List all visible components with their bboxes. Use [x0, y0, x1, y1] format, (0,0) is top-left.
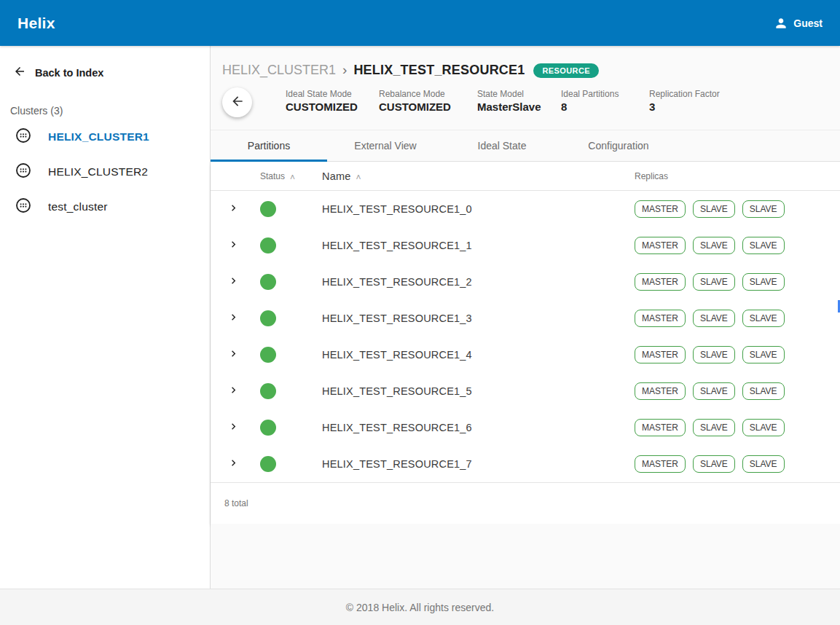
expand-row-button[interactable] [211, 347, 246, 363]
resource-stat: Ideal State ModeCUSTOMIZED [286, 89, 355, 113]
sidebar-item-cluster[interactable]: HELIX_CLUSTER1 [0, 119, 210, 154]
status-cell [246, 420, 315, 436]
cluster-name: HELIX_CLUSTER2 [48, 165, 148, 178]
status-cell [246, 310, 315, 326]
helix-app: Helix Guest Back to Index Clusters (3) H… [0, 0, 840, 625]
replica-state-chip: SLAVE [742, 455, 785, 472]
status-cell [246, 237, 315, 253]
stat-value: CUSTOMIZED [286, 101, 355, 113]
app-title: Helix [17, 15, 55, 32]
resource-type-badge: RESOURCE [533, 63, 599, 78]
resource-detail-header: HELIX_CLUSTER1 › HELIX_TEST_RESOURCE1 RE… [211, 46, 840, 130]
stat-label: Ideal State Mode [286, 89, 355, 99]
replica-state-chip: MASTER [635, 382, 686, 399]
cluster-name: test_cluster [48, 200, 108, 213]
breadcrumb-resource-title: HELIX_TEST_RESOURCE1 [353, 63, 525, 78]
replicas-cell: MASTERSLAVESLAVE [627, 237, 840, 253]
partition-name: HELIX_TEST_RESOURCE1_1 [315, 240, 627, 251]
status-cell [246, 201, 315, 217]
tab-ideal-state[interactable]: Ideal State [444, 130, 560, 161]
tab-bar: PartitionsExternal ViewIdeal StateConfig… [211, 130, 840, 162]
partition-row: HELIX_TEST_RESOURCE1_4MASTERSLAVESLAVE [211, 337, 840, 373]
tab-configuration[interactable]: Configuration [560, 130, 677, 161]
partition-name: HELIX_TEST_RESOURCE1_7 [315, 458, 627, 470]
stat-label: Rebalance Mode [379, 89, 453, 99]
replica-state-chip: SLAVE [693, 419, 735, 436]
sidebar-item-cluster[interactable]: HELIX_CLUSTER2 [0, 154, 210, 189]
status-healthy-indicator [260, 274, 276, 290]
replicas-cell: MASTERSLAVESLAVE [627, 273, 840, 290]
expand-row-button[interactable] [211, 238, 246, 253]
replica-state-chip: SLAVE [742, 200, 785, 217]
status-healthy-indicator [260, 347, 276, 363]
arrow-left-icon [230, 94, 245, 111]
expand-row-button[interactable] [211, 311, 246, 326]
expand-row-button[interactable] [211, 457, 246, 472]
content-area: Back to Index Clusters (3) HELIX_CLUSTER… [0, 46, 840, 589]
copyright-text: © 2018 Helix. All rights reserved. [346, 602, 494, 613]
person-icon [774, 16, 788, 31]
partition-name: HELIX_TEST_RESOURCE1_4 [315, 349, 627, 361]
expand-row-button[interactable] [211, 202, 246, 217]
replicas-cell: MASTERSLAVESLAVE [627, 346, 840, 363]
status-healthy-indicator [260, 237, 276, 253]
partition-row: HELIX_TEST_RESOURCE1_0MASTERSLAVESLAVE [211, 191, 840, 227]
partition-name: HELIX_TEST_RESOURCE1_6 [315, 422, 627, 433]
sidebar: Back to Index Clusters (3) HELIX_CLUSTER… [0, 46, 211, 589]
replica-state-chip: MASTER [635, 237, 686, 253]
column-header-name[interactable]: Name ˄ [315, 170, 627, 182]
breadcrumb-cluster-link[interactable]: HELIX_CLUSTER1 [222, 63, 336, 78]
partition-name: HELIX_TEST_RESOURCE1_3 [315, 312, 627, 324]
replica-state-chip: SLAVE [693, 200, 735, 217]
cluster-list: HELIX_CLUSTER1HELIX_CLUSTER2test_cluster [0, 119, 210, 224]
back-button[interactable] [222, 87, 252, 117]
partition-row: HELIX_TEST_RESOURCE1_7MASTERSLAVESLAVE [211, 446, 840, 482]
chevron-right-icon [227, 275, 240, 290]
total-count: 8 total [224, 498, 248, 508]
back-to-index-link[interactable]: Back to Index [0, 56, 210, 89]
replica-state-chip: SLAVE [693, 237, 735, 253]
resource-stat: Rebalance ModeCUSTOMIZED [379, 89, 453, 113]
partition-row: HELIX_TEST_RESOURCE1_5MASTERSLAVESLAVE [211, 373, 840, 409]
replica-state-chip: SLAVE [742, 237, 785, 253]
stat-label: State Model [477, 89, 537, 99]
table-body: HELIX_TEST_RESOURCE1_0MASTERSLAVESLAVEHE… [211, 191, 840, 482]
partition-row: HELIX_TEST_RESOURCE1_6MASTERSLAVESLAVE [211, 409, 840, 446]
replica-state-chip: MASTER [635, 310, 686, 326]
stat-label: Replication Factor [649, 89, 720, 99]
replica-state-chip: SLAVE [693, 455, 735, 472]
page-footer: © 2018 Helix. All rights reserved. [0, 589, 840, 625]
chevron-right-icon [227, 457, 240, 472]
replica-state-chip: SLAVE [693, 310, 735, 326]
partition-row: HELIX_TEST_RESOURCE1_1MASTERSLAVESLAVE [211, 227, 840, 264]
status-healthy-indicator [260, 456, 276, 472]
replicas-cell: MASTERSLAVESLAVE [627, 382, 840, 399]
partitions-table-card: Status ˄ Name ˄ Replicas HELIX_TEST_RESO… [211, 162, 840, 524]
main-background [211, 524, 840, 589]
chevron-right-icon [227, 384, 240, 399]
resource-stat: Ideal Partitions8 [561, 89, 625, 113]
replica-state-chip: MASTER [635, 200, 686, 217]
column-header-replicas: Replicas [627, 171, 840, 181]
sort-ascending-icon: ˄ [356, 173, 361, 183]
resource-info-row: Ideal State ModeCUSTOMIZEDRebalance Mode… [222, 87, 828, 117]
chevron-right-icon [227, 202, 240, 217]
expand-row-button[interactable] [211, 384, 246, 399]
status-healthy-indicator [260, 383, 276, 399]
replicas-column-label: Replicas [635, 171, 668, 181]
column-header-status[interactable]: Status ˄ [246, 171, 315, 181]
tab-partitions[interactable]: Partitions [211, 130, 327, 161]
stat-value: 8 [561, 101, 625, 113]
sidebar-item-cluster[interactable]: test_cluster [0, 189, 210, 224]
replica-state-chip: MASTER [635, 455, 686, 472]
expand-row-button[interactable] [211, 275, 246, 290]
tab-external-view[interactable]: External View [327, 130, 444, 161]
user-menu[interactable]: Guest [774, 16, 823, 31]
stat-label: Ideal Partitions [561, 89, 625, 99]
status-column-label: Status [260, 171, 285, 181]
resource-stat: State ModelMasterSlave [477, 89, 537, 113]
expand-row-button[interactable] [211, 420, 246, 436]
stat-value: CUSTOMIZED [379, 101, 453, 113]
replicas-cell: MASTERSLAVESLAVE [627, 419, 840, 436]
chevron-right-icon [227, 420, 240, 436]
